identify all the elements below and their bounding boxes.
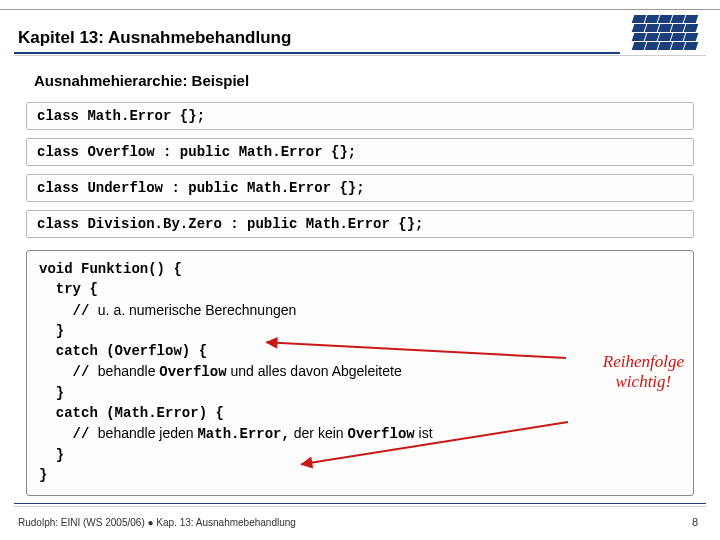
code-row: catch (Math.Error) { xyxy=(39,403,681,423)
footer-rule-light xyxy=(14,506,706,507)
title-underline xyxy=(14,52,620,54)
code-block: void Funktion() { try { // u. a. numeris… xyxy=(26,250,694,496)
code-line-2: class Overflow : public Math.Error {}; xyxy=(26,138,694,166)
code-row: try { xyxy=(39,279,681,299)
chapter-title: Kapitel 13: Ausnahmebehandlung xyxy=(18,28,291,48)
code-line-3: class Underflow : public Math.Error {}; xyxy=(26,174,694,202)
code-row: } xyxy=(39,383,681,403)
footer-text: Rudolph: EINI (WS 2005/06) ● Kap. 13: Au… xyxy=(18,517,296,528)
code-row: } xyxy=(39,321,681,341)
callout-line: Reihenfolge xyxy=(603,352,684,372)
footer-rule xyxy=(14,503,706,504)
callout-note: Reihenfolge wichtig! xyxy=(603,352,684,391)
slide-subtitle: Ausnahmehierarchie: Beispiel xyxy=(34,72,249,89)
code-row: // behandle Overflow und alles davon Abg… xyxy=(39,361,681,382)
code-row: // u. a. numerische Berechnungen xyxy=(39,300,681,321)
top-accent xyxy=(0,0,720,10)
code-line-4: class Division.By.Zero : public Math.Err… xyxy=(26,210,694,238)
slide-logo xyxy=(632,14,702,56)
page-number: 8 xyxy=(692,516,698,528)
code-row: catch (Overflow) { xyxy=(39,341,681,361)
callout-line: wichtig! xyxy=(603,372,684,392)
code-line-1: class Math.Error {}; xyxy=(26,102,694,130)
title-underline-light xyxy=(14,55,706,56)
code-row: } xyxy=(39,465,681,485)
code-row: // behandle jeden Math.Error, der kein O… xyxy=(39,423,681,444)
code-row: void Funktion() { xyxy=(39,259,681,279)
